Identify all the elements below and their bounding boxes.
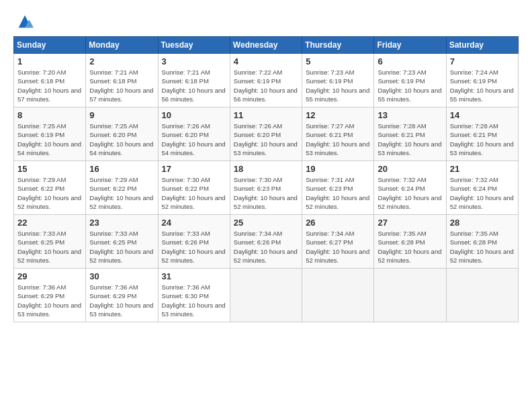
calendar-cell: 8 Sunrise: 7:25 AM Sunset: 6:19 PM Dayli… (14, 107, 86, 161)
calendar-header-friday: Friday (374, 37, 446, 54)
calendar-cell: 26 Sunrise: 7:34 AM Sunset: 6:27 PM Dayl… (302, 215, 374, 269)
calendar-cell: 19 Sunrise: 7:31 AM Sunset: 6:23 PM Dayl… (302, 161, 374, 215)
page: SundayMondayTuesdayWednesdayThursdayFrid… (0, 0, 532, 411)
day-detail: Sunrise: 7:33 AM Sunset: 6:26 PM Dayligh… (162, 229, 227, 265)
calendar-cell (302, 269, 374, 322)
day-number: 24 (162, 218, 227, 228)
day-detail: Sunrise: 7:29 AM Sunset: 6:22 PM Dayligh… (89, 175, 154, 211)
day-detail: Sunrise: 7:32 AM Sunset: 6:24 PM Dayligh… (450, 175, 515, 211)
calendar-cell: 30 Sunrise: 7:36 AM Sunset: 6:29 PM Dayl… (86, 269, 158, 322)
day-detail: Sunrise: 7:35 AM Sunset: 6:28 PM Dayligh… (378, 229, 443, 265)
day-number: 1 (17, 56, 83, 66)
day-number: 6 (378, 56, 443, 66)
calendar-cell: 1 Sunrise: 7:20 AM Sunset: 6:18 PM Dayli… (14, 54, 86, 107)
day-detail: Sunrise: 7:31 AM Sunset: 6:23 PM Dayligh… (306, 175, 371, 211)
calendar-cell: 11 Sunrise: 7:26 AM Sunset: 6:20 PM Dayl… (230, 107, 302, 161)
day-detail: Sunrise: 7:29 AM Sunset: 6:22 PM Dayligh… (17, 175, 83, 211)
day-number: 15 (17, 164, 83, 174)
day-number: 30 (89, 271, 154, 281)
day-detail: Sunrise: 7:33 AM Sunset: 6:25 PM Dayligh… (17, 229, 83, 265)
logo (13, 12, 34, 31)
day-number: 31 (162, 271, 227, 281)
calendar-cell: 5 Sunrise: 7:23 AM Sunset: 6:19 PM Dayli… (302, 54, 374, 107)
calendar-cell: 10 Sunrise: 7:26 AM Sunset: 6:20 PM Dayl… (158, 107, 230, 161)
day-number: 9 (89, 110, 154, 120)
day-detail: Sunrise: 7:24 AM Sunset: 6:19 PM Dayligh… (450, 68, 515, 103)
day-detail: Sunrise: 7:32 AM Sunset: 6:24 PM Dayligh… (378, 175, 443, 211)
calendar-cell: 20 Sunrise: 7:32 AM Sunset: 6:24 PM Dayl… (374, 161, 446, 215)
day-detail: Sunrise: 7:26 AM Sunset: 6:20 PM Dayligh… (162, 122, 227, 157)
day-detail: Sunrise: 7:35 AM Sunset: 6:28 PM Dayligh… (450, 229, 515, 265)
calendar-header-thursday: Thursday (302, 37, 374, 54)
day-detail: Sunrise: 7:30 AM Sunset: 6:22 PM Dayligh… (162, 175, 227, 211)
calendar-cell: 2 Sunrise: 7:21 AM Sunset: 6:18 PM Dayli… (86, 54, 158, 107)
day-number: 23 (89, 218, 154, 228)
calendar-header-saturday: Saturday (446, 37, 518, 54)
day-number: 26 (306, 218, 371, 228)
day-detail: Sunrise: 7:21 AM Sunset: 6:18 PM Dayligh… (162, 68, 227, 103)
calendar-cell: 6 Sunrise: 7:23 AM Sunset: 6:19 PM Dayli… (374, 54, 446, 107)
day-detail: Sunrise: 7:30 AM Sunset: 6:23 PM Dayligh… (234, 175, 299, 211)
day-detail: Sunrise: 7:23 AM Sunset: 6:19 PM Dayligh… (378, 68, 443, 103)
day-detail: Sunrise: 7:28 AM Sunset: 6:21 PM Dayligh… (450, 122, 515, 157)
day-number: 17 (162, 164, 227, 174)
calendar-cell: 7 Sunrise: 7:24 AM Sunset: 6:19 PM Dayli… (446, 54, 518, 107)
calendar-cell: 22 Sunrise: 7:33 AM Sunset: 6:25 PM Dayl… (14, 215, 86, 269)
calendar-cell: 16 Sunrise: 7:29 AM Sunset: 6:22 PM Dayl… (86, 161, 158, 215)
day-number: 10 (162, 110, 227, 120)
day-detail: Sunrise: 7:28 AM Sunset: 6:21 PM Dayligh… (378, 122, 443, 157)
day-number: 19 (306, 164, 371, 174)
day-number: 5 (306, 56, 371, 66)
calendar-cell: 25 Sunrise: 7:34 AM Sunset: 6:26 PM Dayl… (230, 215, 302, 269)
day-number: 27 (378, 218, 443, 228)
calendar-week-1: 1 Sunrise: 7:20 AM Sunset: 6:18 PM Dayli… (14, 54, 519, 107)
day-number: 12 (306, 110, 371, 120)
calendar-header-sunday: Sunday (14, 37, 86, 54)
day-number: 3 (162, 56, 227, 66)
calendar-cell: 28 Sunrise: 7:35 AM Sunset: 6:28 PM Dayl… (446, 215, 518, 269)
calendar-header-tuesday: Tuesday (158, 37, 230, 54)
calendar-header-wednesday: Wednesday (230, 37, 302, 54)
calendar-cell: 17 Sunrise: 7:30 AM Sunset: 6:22 PM Dayl… (158, 161, 230, 215)
header (13, 12, 519, 31)
calendar-header-row: SundayMondayTuesdayWednesdayThursdayFrid… (14, 37, 519, 54)
day-number: 13 (378, 110, 443, 120)
calendar-cell: 13 Sunrise: 7:28 AM Sunset: 6:21 PM Dayl… (374, 107, 446, 161)
day-number: 21 (450, 164, 515, 174)
day-number: 7 (450, 56, 515, 66)
day-number: 11 (234, 110, 299, 120)
calendar: SundayMondayTuesdayWednesdayThursdayFrid… (13, 36, 519, 322)
calendar-cell (446, 269, 518, 322)
calendar-cell: 21 Sunrise: 7:32 AM Sunset: 6:24 PM Dayl… (446, 161, 518, 215)
day-number: 4 (234, 56, 299, 66)
calendar-cell: 27 Sunrise: 7:35 AM Sunset: 6:28 PM Dayl… (374, 215, 446, 269)
day-detail: Sunrise: 7:36 AM Sunset: 6:29 PM Dayligh… (89, 283, 154, 318)
day-detail: Sunrise: 7:34 AM Sunset: 6:27 PM Dayligh… (306, 229, 371, 265)
day-number: 14 (450, 110, 515, 120)
day-detail: Sunrise: 7:26 AM Sunset: 6:20 PM Dayligh… (234, 122, 299, 157)
calendar-cell: 24 Sunrise: 7:33 AM Sunset: 6:26 PM Dayl… (158, 215, 230, 269)
calendar-header-monday: Monday (86, 37, 158, 54)
day-detail: Sunrise: 7:33 AM Sunset: 6:25 PM Dayligh… (89, 229, 154, 265)
day-number: 16 (89, 164, 154, 174)
calendar-cell: 14 Sunrise: 7:28 AM Sunset: 6:21 PM Dayl… (446, 107, 518, 161)
calendar-cell: 31 Sunrise: 7:36 AM Sunset: 6:30 PM Dayl… (158, 269, 230, 322)
calendar-week-2: 8 Sunrise: 7:25 AM Sunset: 6:19 PM Dayli… (14, 107, 519, 161)
calendar-week-5: 29 Sunrise: 7:36 AM Sunset: 6:29 PM Dayl… (14, 269, 519, 322)
day-detail: Sunrise: 7:34 AM Sunset: 6:26 PM Dayligh… (234, 229, 299, 265)
calendar-cell: 9 Sunrise: 7:25 AM Sunset: 6:20 PM Dayli… (86, 107, 158, 161)
day-detail: Sunrise: 7:25 AM Sunset: 6:20 PM Dayligh… (89, 122, 154, 157)
day-detail: Sunrise: 7:36 AM Sunset: 6:29 PM Dayligh… (17, 283, 83, 318)
calendar-cell: 4 Sunrise: 7:22 AM Sunset: 6:19 PM Dayli… (230, 54, 302, 107)
calendar-week-3: 15 Sunrise: 7:29 AM Sunset: 6:22 PM Dayl… (14, 161, 519, 215)
calendar-cell (230, 269, 302, 322)
day-number: 28 (450, 218, 515, 228)
calendar-cell: 23 Sunrise: 7:33 AM Sunset: 6:25 PM Dayl… (86, 215, 158, 269)
day-number: 22 (17, 218, 83, 228)
day-detail: Sunrise: 7:27 AM Sunset: 6:21 PM Dayligh… (306, 122, 371, 157)
calendar-cell: 12 Sunrise: 7:27 AM Sunset: 6:21 PM Dayl… (302, 107, 374, 161)
day-number: 8 (17, 110, 83, 120)
calendar-cell: 29 Sunrise: 7:36 AM Sunset: 6:29 PM Dayl… (14, 269, 86, 322)
day-number: 20 (378, 164, 443, 174)
day-detail: Sunrise: 7:22 AM Sunset: 6:19 PM Dayligh… (234, 68, 299, 103)
